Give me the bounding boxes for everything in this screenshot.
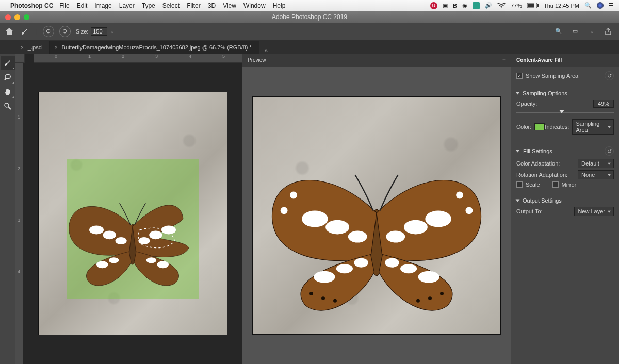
svg-point-12 (96, 261, 108, 268)
svg-point-27 (400, 264, 417, 273)
svg-point-3 (5, 103, 9, 107)
spotlight-icon[interactable]: 🔍 (584, 2, 592, 9)
menu-help[interactable]: Help (273, 2, 286, 9)
reset-icon[interactable]: ↺ (605, 146, 614, 156)
rotation-adaptation-dropdown[interactable]: None (578, 170, 614, 179)
creative-cloud-icon[interactable]: ◉ (462, 2, 467, 9)
reset-icon[interactable]: ↺ (605, 71, 614, 80)
home-icon[interactable] (5, 28, 15, 35)
hand-tool[interactable] (1, 85, 15, 99)
volume-icon[interactable]: 🔊 (485, 2, 492, 9)
menu-type[interactable]: Type (142, 2, 155, 9)
output-to-dropdown[interactable]: New Layer (574, 207, 614, 216)
chevron-down-icon[interactable]: ⌄ (586, 26, 597, 37)
svg-point-8 (115, 237, 126, 244)
ruler-vertical[interactable]: 1 2 3 4 (15, 63, 23, 364)
svg-point-20 (425, 210, 451, 227)
menubar-app-name[interactable]: Photoshop CC (10, 2, 53, 9)
opacity-value[interactable]: 49% (593, 100, 614, 108)
window-zoom-button[interactable] (24, 14, 29, 20)
subject-butterfly (60, 190, 205, 291)
brush-size-label: Size: (76, 28, 88, 35)
clock[interactable]: Thu 12:45 PM (544, 3, 579, 9)
battery-icon (527, 3, 539, 8)
document-tab[interactable]: × ButterflyDamagedwingModuzaProcris_1074… (50, 41, 259, 54)
status-icon[interactable] (473, 2, 480, 9)
camera-icon[interactable]: ▣ (443, 2, 448, 9)
subtract-brush-icon[interactable]: ⊖ (59, 26, 71, 37)
svg-point-18 (325, 220, 349, 235)
sampling-brush-tool[interactable] (1, 56, 15, 70)
wifi-icon[interactable] (497, 3, 506, 8)
svg-point-35 (333, 299, 337, 303)
opacity-slider[interactable] (516, 110, 614, 115)
svg-point-15 (146, 257, 157, 263)
svg-point-10 (149, 230, 162, 239)
workspace-icon[interactable]: ▭ (569, 26, 581, 37)
add-brush-icon[interactable]: ⊕ (43, 26, 54, 37)
document-canvas[interactable] (23, 63, 242, 364)
menu-view[interactable]: View (223, 2, 236, 9)
notification-center-icon[interactable]: ☰ (609, 2, 614, 9)
window-title: Adobe Photoshop CC 2019 (272, 13, 347, 21)
sampling-options-header[interactable]: Sampling Options (516, 90, 614, 96)
svg-point-32 (466, 207, 473, 214)
ruler-horizontal[interactable]: 0 1 2 3 4 5 (34, 54, 242, 63)
menu-select[interactable]: Select (162, 2, 180, 9)
menu-filter[interactable]: Filter (187, 2, 201, 9)
window-minimize-button[interactable] (14, 14, 20, 20)
document-canvas-area: 0 1 2 3 4 5 1 2 3 4 (15, 54, 242, 364)
fill-settings-header[interactable]: Fill Settings (516, 148, 552, 154)
svg-point-13 (109, 257, 119, 263)
close-icon[interactable]: × (55, 45, 58, 51)
output-to-label: Output To: (516, 208, 543, 214)
menu-image[interactable]: Image (94, 2, 111, 9)
window-close-button[interactable] (5, 14, 11, 20)
search-icon[interactable]: 🔍 (553, 26, 564, 37)
menu-3d[interactable]: 3D (208, 2, 216, 9)
shield-icon[interactable]: U (430, 2, 437, 9)
menu-edit[interactable]: Edit (77, 2, 88, 9)
mac-menubar: Photoshop CC File Edit Image Layer Type … (0, 0, 619, 11)
lasso-tool[interactable] (1, 70, 15, 85)
document-tab[interactable]: × _.psd (15, 41, 50, 54)
share-icon[interactable] (602, 26, 614, 37)
svg-line-4 (8, 107, 11, 109)
mirror-checkbox[interactable] (552, 181, 559, 188)
content-aware-fill-panel: Content-Aware Fill Show Sampling Area ↺ … (511, 54, 619, 364)
menu-window[interactable]: Window (243, 2, 266, 9)
svg-point-37 (428, 296, 432, 300)
menu-file[interactable]: File (59, 2, 69, 9)
tool-palette (0, 54, 15, 364)
siri-icon[interactable] (597, 2, 604, 9)
panel-menu-icon[interactable]: ≡ (502, 57, 506, 63)
brush-preset-icon[interactable] (21, 27, 31, 36)
svg-point-30 (281, 207, 288, 214)
sampling-color-swatch[interactable] (534, 123, 545, 130)
svg-rect-1 (528, 4, 534, 8)
behance-icon[interactable]: B (453, 3, 457, 9)
document-tab-label: _.psd (28, 44, 42, 51)
window-titlebar: Adobe Photoshop CC 2019 (0, 11, 619, 23)
tab-overflow-icon[interactable]: » (259, 47, 273, 54)
chevron-down-icon[interactable]: ⌄ (110, 28, 115, 35)
ruler-origin[interactable] (15, 54, 25, 63)
opacity-label: Opacity: (516, 101, 537, 107)
brush-size-input[interactable] (91, 27, 107, 36)
svg-point-31 (456, 192, 463, 199)
color-adaptation-dropdown[interactable]: Default (578, 159, 614, 168)
svg-point-17 (302, 210, 328, 227)
close-icon[interactable]: × (21, 45, 24, 51)
svg-point-21 (404, 220, 428, 235)
menu-layer[interactable]: Layer (119, 2, 135, 9)
scale-label: Scale (526, 181, 540, 188)
scale-checkbox[interactable] (516, 181, 523, 188)
zoom-tool[interactable] (1, 99, 15, 113)
show-sampling-checkbox[interactable] (516, 73, 523, 79)
panel-title: Content-Aware Fill (516, 57, 562, 63)
svg-point-26 (418, 271, 439, 283)
preview-canvas[interactable] (242, 67, 511, 364)
output-settings-header[interactable]: Output Settings (516, 197, 614, 204)
indicates-dropdown[interactable]: Sampling Area (572, 119, 614, 135)
document-tab-label: ButterflyDamagedwingModuzaProcris_107405… (62, 44, 252, 51)
